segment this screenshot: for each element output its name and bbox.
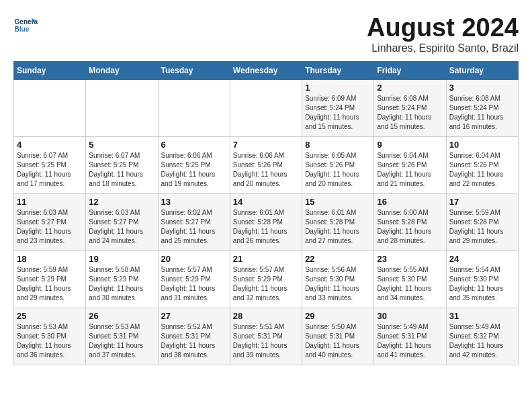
calendar-cell: 27Sunrise: 5:52 AM Sunset: 5:31 PM Dayli… [158,308,230,365]
calendar-cell [158,80,230,137]
day-number: 16 [377,197,443,207]
weekday-header-wednesday: Wednesday [230,62,302,80]
calendar-cell: 9Sunrise: 6:04 AM Sunset: 5:26 PM Daylig… [374,137,446,194]
calendar-cell: 3Sunrise: 6:08 AM Sunset: 5:24 PM Daylig… [446,80,518,137]
logo-icon: General Blue [13,13,38,38]
day-number: 12 [89,197,154,207]
calendar-cell: 12Sunrise: 6:03 AM Sunset: 5:27 PM Dayli… [86,194,158,251]
day-number: 15 [305,197,371,207]
week-row-1: 1Sunrise: 6:09 AM Sunset: 5:24 PM Daylig… [14,80,519,137]
weekday-header-tuesday: Tuesday [158,62,230,80]
day-number: 19 [89,254,154,264]
day-number: 1 [305,83,371,93]
day-info: Sunrise: 5:55 AM Sunset: 5:30 PM Dayligh… [377,265,443,303]
day-number: 20 [161,254,227,264]
day-number: 29 [305,311,371,321]
week-row-4: 18Sunrise: 5:59 AM Sunset: 5:29 PM Dayli… [14,251,519,308]
day-info: Sunrise: 6:08 AM Sunset: 5:24 PM Dayligh… [449,94,515,132]
calendar-cell: 31Sunrise: 5:49 AM Sunset: 5:32 PM Dayli… [446,308,518,365]
week-row-2: 4Sunrise: 6:07 AM Sunset: 5:25 PM Daylig… [14,137,519,194]
calendar-cell: 2Sunrise: 6:08 AM Sunset: 5:24 PM Daylig… [374,80,446,137]
calendar-cell: 5Sunrise: 6:07 AM Sunset: 5:25 PM Daylig… [86,137,158,194]
logo: General Blue [13,13,38,38]
day-info: Sunrise: 5:54 AM Sunset: 5:30 PM Dayligh… [449,265,515,303]
calendar-table: SundayMondayTuesdayWednesdayThursdayFrid… [13,61,519,365]
calendar-cell: 1Sunrise: 6:09 AM Sunset: 5:24 PM Daylig… [302,80,374,137]
calendar-cell: 28Sunrise: 5:51 AM Sunset: 5:31 PM Dayli… [230,308,302,365]
day-number: 8 [305,140,371,150]
day-number: 2 [377,83,443,93]
day-number: 14 [233,197,299,207]
day-info: Sunrise: 6:06 AM Sunset: 5:26 PM Dayligh… [233,151,299,189]
calendar-cell: 13Sunrise: 6:02 AM Sunset: 5:27 PM Dayli… [158,194,230,251]
day-number: 23 [377,254,443,264]
day-info: Sunrise: 6:07 AM Sunset: 5:25 PM Dayligh… [17,151,83,189]
day-number: 3 [449,83,515,93]
day-number: 27 [161,311,227,321]
day-info: Sunrise: 6:03 AM Sunset: 5:27 PM Dayligh… [17,208,83,246]
calendar-cell: 17Sunrise: 5:59 AM Sunset: 5:28 PM Dayli… [446,194,518,251]
day-number: 9 [377,140,443,150]
svg-text:Blue: Blue [14,26,29,33]
day-number: 22 [305,254,371,264]
calendar-cell: 8Sunrise: 6:05 AM Sunset: 5:26 PM Daylig… [302,137,374,194]
calendar-cell: 26Sunrise: 5:53 AM Sunset: 5:31 PM Dayli… [86,308,158,365]
day-number: 5 [89,140,154,150]
day-number: 10 [449,140,515,150]
day-info: Sunrise: 5:59 AM Sunset: 5:29 PM Dayligh… [17,265,83,303]
calendar-cell: 14Sunrise: 6:01 AM Sunset: 5:28 PM Dayli… [230,194,302,251]
calendar-cell: 6Sunrise: 6:06 AM Sunset: 5:25 PM Daylig… [158,137,230,194]
calendar-cell: 22Sunrise: 5:56 AM Sunset: 5:30 PM Dayli… [302,251,374,308]
day-number: 24 [449,254,515,264]
day-number: 4 [17,140,83,150]
weekday-header-row: SundayMondayTuesdayWednesdayThursdayFrid… [14,62,519,80]
day-info: Sunrise: 5:56 AM Sunset: 5:30 PM Dayligh… [305,265,371,303]
calendar-cell: 10Sunrise: 6:04 AM Sunset: 5:26 PM Dayli… [446,137,518,194]
day-info: Sunrise: 5:53 AM Sunset: 5:30 PM Dayligh… [17,322,83,360]
day-number: 25 [17,311,83,321]
day-number: 18 [17,254,83,264]
day-number: 21 [233,254,299,264]
day-number: 6 [161,140,227,150]
calendar-cell: 15Sunrise: 6:01 AM Sunset: 5:28 PM Dayli… [302,194,374,251]
weekday-header-saturday: Saturday [446,62,518,80]
week-row-3: 11Sunrise: 6:03 AM Sunset: 5:27 PM Dayli… [14,194,519,251]
day-info: Sunrise: 6:02 AM Sunset: 5:27 PM Dayligh… [161,208,227,246]
day-info: Sunrise: 6:04 AM Sunset: 5:26 PM Dayligh… [449,151,515,189]
title-section: August 2024 Linhares, Espirito Santo, Br… [367,13,519,54]
day-info: Sunrise: 6:07 AM Sunset: 5:25 PM Dayligh… [89,151,154,189]
day-number: 7 [233,140,299,150]
day-number: 30 [377,311,443,321]
day-info: Sunrise: 6:05 AM Sunset: 5:26 PM Dayligh… [305,151,371,189]
day-number: 13 [161,197,227,207]
day-info: Sunrise: 5:50 AM Sunset: 5:31 PM Dayligh… [305,322,371,360]
calendar-cell [86,80,158,137]
day-info: Sunrise: 5:53 AM Sunset: 5:31 PM Dayligh… [89,322,154,360]
calendar-cell: 16Sunrise: 6:00 AM Sunset: 5:28 PM Dayli… [374,194,446,251]
day-info: Sunrise: 6:00 AM Sunset: 5:28 PM Dayligh… [377,208,443,246]
calendar-cell: 24Sunrise: 5:54 AM Sunset: 5:30 PM Dayli… [446,251,518,308]
weekday-header-friday: Friday [374,62,446,80]
day-number: 26 [89,311,154,321]
day-info: Sunrise: 6:03 AM Sunset: 5:27 PM Dayligh… [89,208,154,246]
day-info: Sunrise: 5:49 AM Sunset: 5:32 PM Dayligh… [449,322,515,360]
day-info: Sunrise: 5:52 AM Sunset: 5:31 PM Dayligh… [161,322,227,360]
day-info: Sunrise: 5:57 AM Sunset: 5:29 PM Dayligh… [161,265,227,303]
day-info: Sunrise: 6:09 AM Sunset: 5:24 PM Dayligh… [305,94,371,132]
day-info: Sunrise: 6:06 AM Sunset: 5:25 PM Dayligh… [161,151,227,189]
day-info: Sunrise: 5:49 AM Sunset: 5:31 PM Dayligh… [377,322,443,360]
month-title: August 2024 [367,13,519,42]
day-number: 31 [449,311,515,321]
calendar-cell: 23Sunrise: 5:55 AM Sunset: 5:30 PM Dayli… [374,251,446,308]
day-number: 17 [449,197,515,207]
calendar-cell: 30Sunrise: 5:49 AM Sunset: 5:31 PM Dayli… [374,308,446,365]
day-number: 11 [17,197,83,207]
calendar-cell [230,80,302,137]
calendar-cell: 25Sunrise: 5:53 AM Sunset: 5:30 PM Dayli… [14,308,86,365]
day-info: Sunrise: 5:58 AM Sunset: 5:29 PM Dayligh… [89,265,154,303]
weekday-header-monday: Monday [86,62,158,80]
calendar-cell: 7Sunrise: 6:06 AM Sunset: 5:26 PM Daylig… [230,137,302,194]
day-number: 28 [233,311,299,321]
weekday-header-thursday: Thursday [302,62,374,80]
calendar-cell: 20Sunrise: 5:57 AM Sunset: 5:29 PM Dayli… [158,251,230,308]
